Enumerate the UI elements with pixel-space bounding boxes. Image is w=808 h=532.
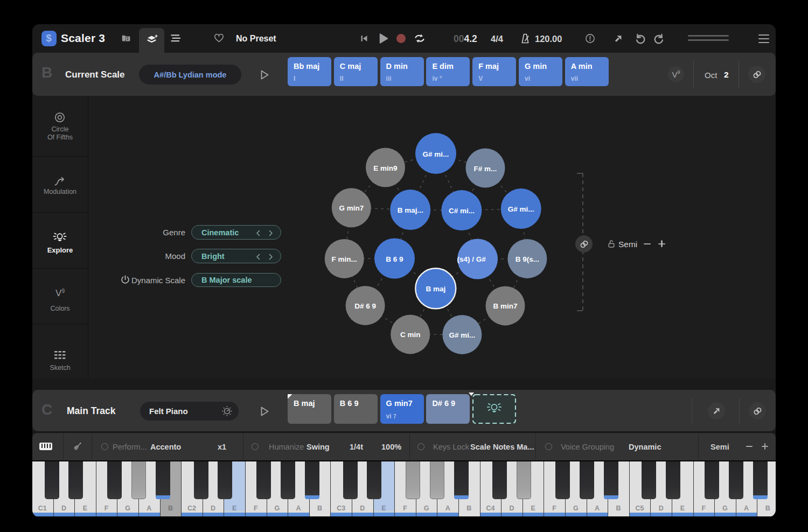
svg-text:F# m...: F# m... [474,165,497,173]
svg-text:D# 6 9: D# 6 9 [354,302,376,310]
svg-text:F min...: F min... [332,255,357,263]
svg-text:B 6 9: B 6 9 [386,255,403,263]
svg-text:B maj: B maj [426,285,445,293]
svg-text:B min7: B min7 [493,302,517,310]
svg-text:(s4) / G#: (s4) / G# [457,255,486,263]
svg-text:C# mi...: C# mi... [449,207,475,215]
svg-text:G# mi...: G# mi... [508,205,534,213]
svg-text:G min7: G min7 [339,204,364,212]
svg-text:G# mi...: G# mi... [449,331,476,339]
svg-text:B 9(s...: B 9(s... [516,255,539,263]
svg-text:C min: C min [400,331,421,339]
svg-text:B maj...: B maj... [398,206,423,214]
svg-text:E min9: E min9 [373,164,397,172]
svg-text:G# mi...: G# mi... [423,150,449,158]
